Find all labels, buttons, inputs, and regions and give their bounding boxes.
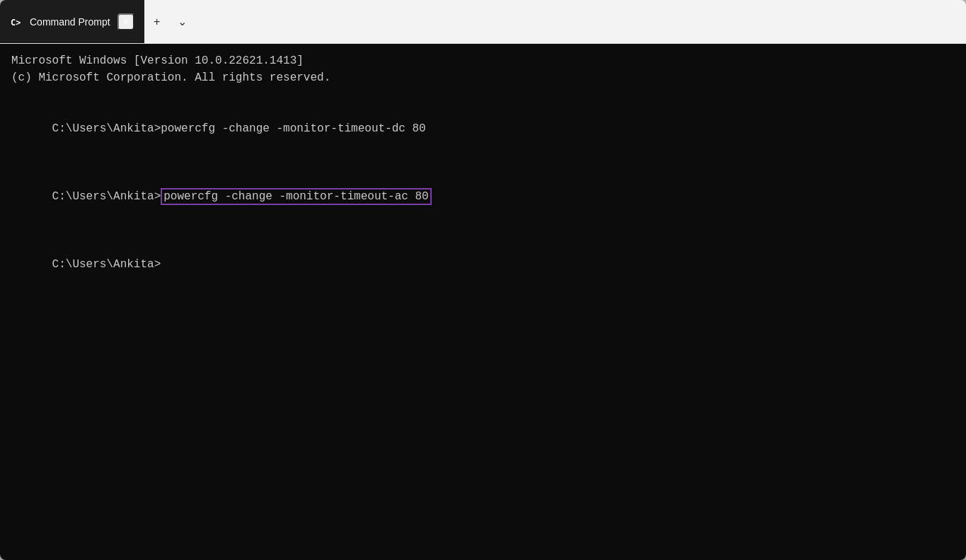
terminal-line-blank-2 (11, 154, 955, 171)
prompt-4: C:\Users\Ankita> (52, 122, 161, 135)
terminal-line-4: C:\Users\Ankita>powercfg -change -monito… (11, 103, 955, 154)
close-tab-button[interactable]: × (117, 13, 134, 30)
tab-title-label: Command Prompt (30, 16, 110, 28)
cmd-6-highlighted: powercfg -change -monitor-timeout-ac 80 (161, 188, 431, 205)
terminal-line-blank-1 (11, 86, 955, 103)
svg-text:C>: C> (11, 18, 21, 28)
terminal-line-blank-3 (11, 222, 955, 239)
tab-area: C> Command Prompt × + ⌄ (0, 0, 966, 43)
titlebar: C> Command Prompt × + ⌄ (0, 0, 966, 44)
prompt-8: C:\Users\Ankita> (52, 258, 161, 271)
new-tab-button[interactable]: + (144, 9, 170, 35)
prompt-6: C:\Users\Ankita> (52, 190, 161, 203)
terminal-body[interactable]: Microsoft Windows [Version 10.0.22621.14… (0, 44, 966, 560)
cmd-icon: C> (10, 16, 23, 28)
cmd-4: powercfg -change -monitor-timeout-dc 80 (161, 122, 425, 135)
terminal-window: C> Command Prompt × + ⌄ Microsoft Window… (0, 0, 966, 560)
terminal-line-6: C:\Users\Ankita>powercfg -change -monito… (11, 171, 955, 222)
terminal-line-8: C:\Users\Ankita> (11, 239, 955, 290)
active-tab[interactable]: C> Command Prompt × (0, 0, 144, 43)
terminal-line-2: (c) Microsoft Corporation. All rights re… (11, 69, 955, 86)
terminal-line-1: Microsoft Windows [Version 10.0.22621.14… (11, 52, 955, 69)
dropdown-button[interactable]: ⌄ (170, 9, 195, 35)
